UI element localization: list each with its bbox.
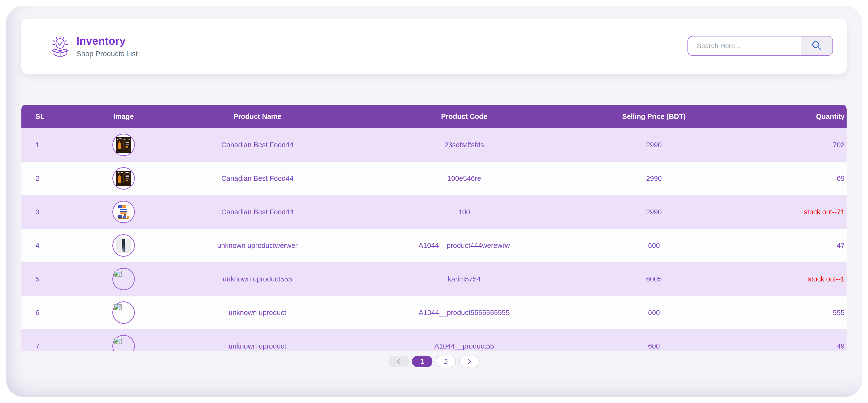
- pagination-next-button[interactable]: [459, 356, 480, 367]
- cell-selling-price: 2990: [593, 174, 715, 182]
- column-header-selling-price: Selling Price (BDT): [593, 112, 715, 121]
- product-photo-food-ad: [116, 171, 131, 186]
- product-image[interactable]: [113, 167, 135, 190]
- cell-product-name: unknown uproductwerwer: [180, 242, 335, 249]
- products-table: SL Image Product Name Product Code Selli…: [22, 105, 846, 351]
- cell-selling-price: 600: [593, 242, 715, 249]
- page-subtitle: Shop Products List: [76, 49, 138, 58]
- chevron-left-icon: [396, 358, 401, 365]
- pagination-page-button[interactable]: 1: [412, 356, 433, 367]
- cell-image: [68, 234, 180, 257]
- cell-image: [68, 301, 180, 324]
- product-image[interactable]: [113, 301, 135, 324]
- column-header-image: Image: [68, 112, 180, 121]
- cell-selling-price: 2990: [593, 208, 715, 216]
- inventory-box-icon: [51, 35, 69, 58]
- cell-quantity: 47: [715, 242, 846, 249]
- table-row: 2 Canadian Best Food44 100e546re 2990 69: [22, 162, 846, 195]
- column-header-quantity: Quantity: [715, 112, 846, 121]
- cell-quantity: 702: [715, 141, 846, 149]
- cell-selling-price: 2990: [593, 141, 715, 149]
- search-input[interactable]: [688, 36, 801, 56]
- product-image[interactable]: [113, 201, 135, 223]
- cell-sl: 7: [22, 342, 68, 350]
- product-photo-pants: [116, 238, 131, 253]
- table-body: 1 Canadian Best Food44 23sdfsdfsfds 2990…: [22, 128, 846, 351]
- cell-selling-price: 6005: [593, 275, 715, 283]
- cell-quantity: stock out--1: [715, 275, 846, 283]
- cell-quantity: stock out--71: [715, 208, 846, 216]
- cell-image: [68, 167, 180, 190]
- chevron-right-icon: [467, 358, 472, 365]
- app-window: Inventory Shop Products List SL Image Pr…: [6, 6, 862, 397]
- cell-quantity: 555: [715, 309, 846, 317]
- cell-product-name: unknown uproduct: [180, 309, 335, 317]
- cell-selling-price: 600: [593, 342, 715, 350]
- cell-sl: 6: [22, 309, 68, 317]
- table-row: 3 Canadian Best Food44 100 2990 stock ou…: [22, 195, 846, 229]
- column-header-product-name: Product Name: [180, 112, 335, 121]
- cell-sl: 5: [22, 275, 68, 283]
- product-image[interactable]: [113, 234, 135, 257]
- cell-product-name: Canadian Best Food44: [180, 208, 335, 216]
- page-title: Inventory: [76, 35, 138, 47]
- product-image[interactable]: [113, 335, 135, 351]
- pagination: 12: [389, 356, 480, 367]
- cell-sl: 2: [22, 174, 68, 182]
- cell-product-name: Canadian Best Food44: [180, 174, 335, 182]
- cell-product-name: unknown uproduct555: [180, 275, 335, 283]
- broken-image-icon: [114, 337, 122, 345]
- cell-selling-price: 600: [593, 309, 715, 317]
- table-row: 6 unknown uproduct A1044__product5555555…: [22, 296, 846, 329]
- column-header-product-code: Product Code: [335, 112, 593, 121]
- cell-sl: 3: [22, 208, 68, 216]
- table-row: 5 unknown uproduct555 karim5754 6005 sto…: [22, 262, 846, 296]
- cell-sl: 4: [22, 242, 68, 249]
- cell-image: [68, 268, 180, 290]
- cell-sl: 1: [22, 141, 68, 149]
- search-button[interactable]: [801, 36, 833, 56]
- broken-image-icon: [114, 303, 122, 312]
- cell-product-code: A1044__product55: [335, 342, 593, 350]
- cell-image: [68, 134, 180, 156]
- cell-product-code: A1044__product444werewrw: [335, 242, 593, 249]
- cell-quantity: 69: [715, 174, 846, 182]
- cell-product-code: 100: [335, 208, 593, 216]
- cell-product-name: unknown uproduct: [180, 342, 335, 350]
- cell-image: [68, 335, 180, 351]
- pagination-prev-button[interactable]: [389, 356, 409, 367]
- table-row: 7 unknown uproduct A1044__product55 600 …: [22, 329, 846, 351]
- table-header-row: SL Image Product Name Product Code Selli…: [22, 105, 846, 128]
- page-header-left: Inventory Shop Products List: [51, 19, 138, 74]
- page-header: Inventory Shop Products List: [22, 19, 846, 74]
- cell-product-code: karim5754: [335, 275, 593, 283]
- cell-product-code: 23sdfsdfsfds: [335, 141, 593, 149]
- table-row: 4 unknown uproductwerwer A1044__product4…: [22, 229, 846, 262]
- cell-image: [68, 201, 180, 223]
- title-block: Inventory Shop Products List: [76, 35, 138, 58]
- search-bar: [687, 36, 833, 56]
- product-photo-food-ad: [116, 137, 131, 153]
- cell-product-code: A1044__product5555555555: [335, 309, 593, 317]
- product-photo-illustration: [116, 204, 131, 220]
- broken-image-icon: [114, 270, 122, 278]
- table-row: 1 Canadian Best Food44 23sdfsdfsfds 2990…: [22, 128, 846, 162]
- cell-product-code: 100e546re: [335, 174, 593, 182]
- cell-quantity: 49: [715, 342, 846, 350]
- pagination-page-button[interactable]: 2: [436, 356, 456, 367]
- search-icon: [810, 39, 823, 53]
- product-image[interactable]: [113, 268, 135, 290]
- cell-product-name: Canadian Best Food44: [180, 141, 335, 149]
- product-image[interactable]: [113, 134, 135, 156]
- column-header-sl: SL: [22, 112, 68, 121]
